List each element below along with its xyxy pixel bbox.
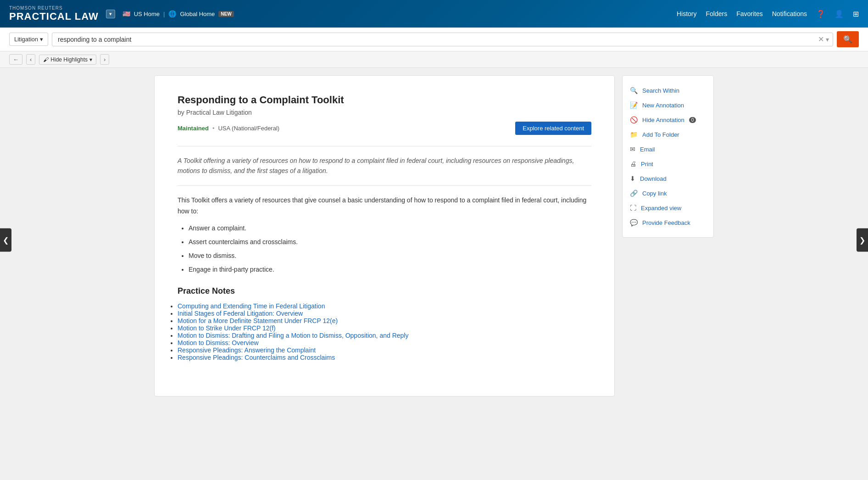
document-meta: Maintained • USA (National/Federal) Expl…	[178, 122, 591, 135]
copy-link-label: Copy link	[642, 190, 667, 197]
search-filter-dropdown[interactable]: Litigation ▾	[9, 33, 48, 46]
doc-meta-left: Maintained • USA (National/Federal)	[178, 125, 279, 132]
list-item: Responsive Pleadings: Answering the Comp…	[178, 346, 591, 354]
content-area: Responding to a Complaint Toolkit by Pra…	[154, 75, 615, 396]
new-annotation-icon: 📝	[630, 101, 638, 109]
hide-highlights-button[interactable]: 🖌 Hide Highlights ▾	[39, 55, 96, 65]
list-item: Move to dismiss.	[189, 251, 591, 262]
search-within-label: Search Within	[642, 87, 679, 94]
header-nav: History Folders Favorites Notifications …	[677, 10, 859, 18]
list-item: Computing and Extending Time in Federal …	[178, 302, 591, 310]
feedback-icon: 💬	[630, 219, 638, 226]
search-input[interactable]	[56, 33, 818, 46]
apps-icon[interactable]: ⊞	[853, 10, 859, 18]
document-title: Responding to a Complaint Toolkit	[178, 94, 591, 106]
highlights-arrow: ▾	[89, 56, 92, 63]
provide-feedback-label: Provide Feedback	[642, 219, 690, 226]
sidebar-item-search-within[interactable]: 🔍 Search Within	[623, 83, 713, 98]
email-icon: ✉	[630, 145, 635, 153]
meta-dot: •	[212, 125, 215, 132]
logo-area: THOMSON REUTERS PRACTICAL LAW	[9, 6, 99, 22]
list-item: Initial Stages of Federal Litigation: Ov…	[178, 310, 591, 317]
practice-notes-title: Practice Notes	[178, 286, 591, 296]
annotation-count-badge: 0	[689, 117, 696, 123]
left-arrow-icon: ❮	[3, 236, 9, 244]
email-label: Email	[640, 146, 655, 153]
sidebar-item-email[interactable]: ✉ Email	[623, 142, 713, 156]
jurisdiction-label: USA (National/Federal)	[218, 125, 279, 132]
practice-note-link-1[interactable]: Initial Stages of Federal Litigation: Ov…	[178, 310, 303, 317]
list-item: Motion to Dismiss: Drafting and Filing a…	[178, 332, 591, 339]
expanded-view-icon: ⛶	[630, 204, 636, 212]
new-badge: NEW	[218, 11, 234, 17]
list-item: Responsive Pleadings: Counterclaims and …	[178, 354, 591, 361]
next-highlight-button[interactable]: ›	[100, 54, 109, 65]
download-label: Download	[640, 175, 667, 182]
notifications-link[interactable]: Notifications	[772, 10, 807, 17]
back-button[interactable]: ←	[9, 54, 22, 65]
sidebar-item-copy-link[interactable]: 🔗 Copy link	[623, 186, 713, 201]
sidebar-item-download[interactable]: ⬇ Download	[623, 171, 713, 186]
user-icon[interactable]: 👤	[835, 10, 844, 18]
folders-link[interactable]: Folders	[706, 10, 727, 17]
new-annotation-label: New Annotation	[642, 102, 684, 109]
history-link[interactable]: History	[677, 10, 697, 17]
search-chevron-icon[interactable]: ▾	[826, 36, 829, 43]
logo-dropdown-btn[interactable]: ▾	[106, 10, 115, 18]
main-layout: Responding to a Complaint Toolkit by Pra…	[145, 75, 723, 396]
highlights-icon: 🖌	[43, 56, 49, 63]
us-flag-icon: 🇺🇸	[122, 10, 130, 17]
list-item: Motion to Dismiss: Overview	[178, 339, 591, 346]
document-body: This Toolkit offers a variety of resourc…	[178, 195, 591, 275]
sidebar-item-expanded-view[interactable]: ⛶ Expanded view	[623, 201, 713, 215]
sidebar-item-print[interactable]: 🖨 Print	[623, 156, 713, 171]
copy-link-icon: 🔗	[630, 190, 638, 197]
practice-notes-list: Computing and Extending Time in Federal …	[178, 302, 591, 361]
list-item: Answer a complaint.	[189, 223, 591, 234]
divider-1	[178, 146, 591, 146]
search-input-wrap: ✕ ▾	[52, 33, 833, 46]
practice-note-link-2[interactable]: Motion for a More Definite Statement Und…	[178, 317, 338, 324]
sidebar-item-add-to-folder[interactable]: 📁 Add To Folder	[623, 127, 713, 142]
list-item: Engage in third-party practice.	[189, 264, 591, 275]
divider-2	[178, 185, 591, 186]
practice-note-link-4[interactable]: Motion to Dismiss: Drafting and Filing a…	[178, 332, 408, 339]
us-home-link[interactable]: US Home	[134, 11, 160, 17]
list-item: Assert counterclaims and crossclaims.	[189, 237, 591, 248]
practice-note-link-0[interactable]: Computing and Extending Time in Federal …	[178, 302, 325, 310]
practice-note-link-5[interactable]: Motion to Dismiss: Overview	[178, 339, 259, 346]
thomson-reuters-label: THOMSON REUTERS	[9, 6, 99, 11]
list-item: Motion for a More Definite Statement Und…	[178, 317, 591, 324]
search-submit-button[interactable]: 🔍	[837, 31, 859, 47]
search-clear-icon[interactable]: ✕	[818, 35, 824, 44]
practice-note-link-6[interactable]: Responsive Pleadings: Answering the Comp…	[178, 346, 316, 354]
document-abstract: A Toolkit offering a variety of resource…	[178, 156, 591, 176]
document-author: by Practical Law Litigation	[178, 109, 591, 116]
download-icon: ⬇	[630, 175, 635, 182]
bullet-list: Answer a complaint. Assert counterclaims…	[189, 223, 591, 275]
favorites-link[interactable]: Favorites	[736, 10, 763, 17]
hide-highlights-label: Hide Highlights	[50, 56, 88, 63]
sidebar-item-new-annotation[interactable]: 📝 New Annotation	[623, 98, 713, 112]
prev-highlight-button[interactable]: ‹	[26, 54, 35, 65]
help-icon[interactable]: ❓	[816, 10, 825, 18]
search-filter-label: Litigation	[14, 36, 38, 43]
header: THOMSON REUTERS PRACTICAL LAW ▾ 🇺🇸 US Ho…	[0, 0, 868, 28]
right-panel-button[interactable]: ❯	[857, 229, 868, 252]
practice-note-link-3[interactable]: Motion to Strike Under FRCP 12(f)	[178, 324, 276, 332]
sidebar-item-provide-feedback[interactable]: 💬 Provide Feedback	[623, 215, 713, 230]
hide-annotation-icon: 🚫	[630, 116, 638, 123]
print-label: Print	[641, 161, 653, 167]
list-item: Motion to Strike Under FRCP 12(f)	[178, 324, 591, 332]
sidebar-item-hide-annotation[interactable]: 🚫 Hide Annotation 0	[623, 112, 713, 127]
add-to-folder-icon: 📁	[630, 131, 638, 138]
expanded-view-label: Expanded view	[641, 205, 681, 212]
global-home-link[interactable]: Global Home	[180, 11, 215, 17]
search-bar: Litigation ▾ ✕ ▾ 🔍	[0, 28, 868, 51]
print-icon: 🖨	[630, 160, 636, 167]
left-panel-button[interactable]: ❮	[0, 229, 11, 252]
explore-related-button[interactable]: Explore related content	[515, 122, 591, 135]
action-sidebar: 🔍 Search Within 📝 New Annotation 🚫 Hide …	[622, 75, 714, 238]
maintained-badge: Maintained	[178, 125, 209, 132]
practice-note-link-7[interactable]: Responsive Pleadings: Counterclaims and …	[178, 354, 335, 361]
